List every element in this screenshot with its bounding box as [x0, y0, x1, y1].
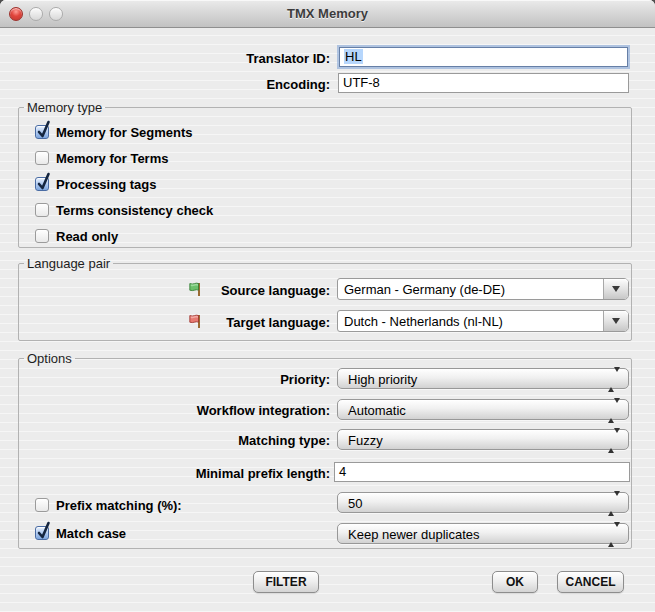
up-down-arrows-icon: [608, 527, 620, 542]
workflow-integration-value: Automatic: [348, 403, 406, 418]
source-language-value: German - Germany (de-DE): [344, 282, 505, 297]
target-language-dropdown-button[interactable]: [603, 311, 628, 331]
workflow-integration-popup[interactable]: Automatic: [337, 399, 629, 420]
matching-type-value: Fuzzy: [348, 433, 383, 448]
selected-text: HL: [344, 49, 363, 64]
priority-label: Priority:: [0, 372, 330, 387]
encoding-value: UTF-8: [343, 75, 380, 90]
checkmark-icon: [36, 170, 51, 192]
options-group-title: Options: [24, 351, 75, 366]
checkbox-label-read-only[interactable]: Read only: [56, 229, 118, 244]
memory-type-group-title: Memory type: [24, 100, 105, 115]
checkbox-memory-for-segments[interactable]: [35, 125, 49, 139]
checkbox-terms-consistency-check[interactable]: [35, 203, 49, 217]
checkbox-memory-for-terms[interactable]: [35, 151, 49, 165]
title-bar[interactable]: TMX Memory: [0, 0, 655, 28]
translator-id-label: Translator ID:: [0, 51, 330, 66]
language-pair-group-title: Language pair: [24, 256, 113, 271]
checkbox-read-only[interactable]: [35, 229, 49, 243]
priority-value: High priority: [348, 372, 417, 387]
workflow-integration-label: Workflow integration:: [0, 403, 330, 418]
window-title: TMX Memory: [0, 6, 655, 21]
duplicates-popup[interactable]: Keep newer duplicates: [337, 523, 629, 544]
ok-button[interactable]: OK: [492, 571, 538, 593]
checkbox-label-terms-consistency-check[interactable]: Terms consistency check: [56, 203, 213, 218]
checkbox-label-match-case[interactable]: Match case: [56, 526, 126, 541]
minimal-prefix-length-value: 4: [339, 464, 346, 479]
source-language-label: Source language:: [0, 283, 330, 298]
checkbox-match-case[interactable]: [35, 526, 49, 540]
checkmark-icon: [36, 519, 51, 541]
minimal-prefix-length-input[interactable]: 4: [334, 462, 630, 482]
matching-type-label: Matching type:: [0, 433, 330, 448]
checkbox-label-memory-for-segments[interactable]: Memory for Segments: [56, 125, 193, 140]
prefix-matching-popup[interactable]: 50: [337, 492, 629, 513]
encoding-input[interactable]: UTF-8: [338, 73, 629, 93]
matching-type-popup[interactable]: Fuzzy: [337, 429, 629, 450]
checkmark-icon: [36, 118, 51, 140]
tmx-memory-dialog: TMX Memory Translator ID: HL Encoding: U…: [0, 0, 655, 612]
chevron-down-icon: [612, 318, 620, 324]
source-language-combobox[interactable]: German - Germany (de-DE): [337, 278, 629, 300]
checkbox-prefix-matching[interactable]: [35, 498, 49, 512]
target-language-value: Dutch - Netherlands (nl-NL): [344, 314, 503, 329]
source-language-dropdown-button[interactable]: [603, 279, 628, 299]
filter-button[interactable]: FILTER: [253, 571, 319, 593]
checkbox-label-processing-tags[interactable]: Processing tags: [56, 177, 156, 192]
minimal-prefix-length-label: Minimal prefix length:: [0, 466, 330, 481]
checkbox-processing-tags[interactable]: [35, 177, 49, 191]
priority-popup[interactable]: High priority: [337, 368, 629, 389]
up-down-arrows-icon: [608, 496, 620, 511]
translator-id-input[interactable]: HL: [339, 47, 628, 67]
checkbox-label-prefix-matching[interactable]: Prefix matching (%):: [56, 498, 182, 513]
memory-type-group: Memory type: [18, 100, 632, 248]
checkbox-label-memory-for-terms[interactable]: Memory for Terms: [56, 151, 168, 166]
up-down-arrows-icon: [608, 433, 620, 448]
up-down-arrows-icon: [608, 403, 620, 418]
target-language-combobox[interactable]: Dutch - Netherlands (nl-NL): [337, 310, 629, 332]
up-down-arrows-icon: [608, 372, 620, 387]
chevron-down-icon: [612, 286, 620, 292]
encoding-label: Encoding:: [0, 77, 330, 92]
target-language-label: Target language:: [0, 315, 330, 330]
prefix-matching-value: 50: [348, 496, 362, 511]
cancel-button[interactable]: CANCEL: [557, 571, 624, 593]
duplicates-value: Keep newer duplicates: [348, 527, 480, 542]
